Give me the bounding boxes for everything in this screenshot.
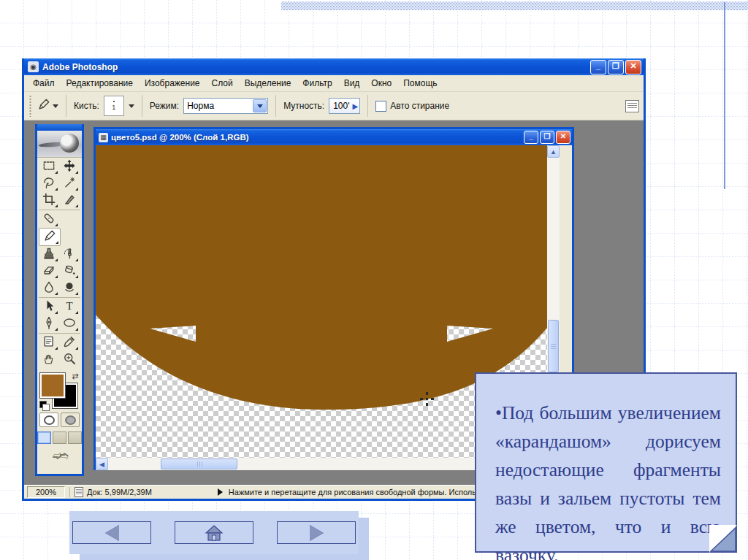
callout-note: •Под большим увеличением «карандашом» до… (475, 372, 737, 553)
slice-tool[interactable] (59, 192, 80, 209)
photoshop-app-icon: ◉ (28, 61, 39, 72)
healing-brush-icon (42, 211, 56, 229)
doc-minimize-button[interactable]: _ (524, 131, 538, 144)
blur-tool[interactable] (39, 280, 59, 296)
pencil-tool[interactable] (39, 228, 61, 246)
back-button[interactable] (72, 521, 151, 544)
rectangular-marquee-tool[interactable] (39, 158, 59, 175)
standard-screen-button[interactable] (37, 431, 51, 444)
document-titlebar[interactable]: ▦ цвето5.psd @ 200% (Слой 1,RGB) _ ❐ ✕ (96, 129, 572, 145)
menu-item-4[interactable]: Слой (206, 77, 239, 90)
toolbox-grip[interactable] (37, 124, 82, 131)
photoshop-logo[interactable] (37, 131, 82, 158)
clone-stamp-tool[interactable] (39, 246, 59, 263)
mode-select[interactable]: Норма (183, 98, 268, 114)
document-title: цвето5.psd @ 200% (Слой 1,RGB) (111, 133, 522, 142)
flyout-triangle-icon (55, 275, 58, 278)
path-select-tool[interactable] (39, 299, 59, 315)
jump-to-imageready-icon[interactable]: ➫➬ (53, 449, 66, 462)
scroll-up-icon[interactable]: ▲ (547, 145, 560, 158)
flyout-triangle-icon (55, 171, 58, 174)
menu-bar: ФайлРедактированиеИзображениеСлойВыделен… (24, 75, 644, 92)
flyout-triangle-icon (75, 328, 78, 331)
hscroll-thumb[interactable] (161, 459, 237, 469)
hand-tool[interactable] (39, 351, 59, 368)
paint-bucket-tool[interactable] (59, 263, 80, 280)
default-colors-icon[interactable] (39, 401, 50, 410)
maximize-button[interactable]: ❐ (608, 60, 624, 74)
flyout-triangle-icon (55, 292, 58, 295)
ellipse-shape-tool[interactable] (59, 315, 80, 332)
slide: ◉ Adobe Photoshop _ ❐ ✕ ФайлРедактирован… (0, 0, 748, 560)
forward-button[interactable] (277, 521, 356, 544)
menu-item-8[interactable]: Окно (365, 77, 397, 90)
flyout-triangle-icon (55, 347, 58, 350)
menu-item-2[interactable]: Редактирование (61, 77, 139, 90)
move-icon (62, 158, 77, 176)
brush-dropdown-icon[interactable] (129, 104, 134, 108)
auto-erase-label: Авто стирание (390, 101, 449, 111)
chevron-down-icon (53, 104, 58, 108)
menu-item-9[interactable]: Помощь (397, 77, 443, 90)
zoom-tool[interactable] (59, 351, 80, 368)
menu-item-5[interactable]: Выделение (239, 77, 297, 90)
auto-erase-checkbox[interactable] (375, 101, 386, 112)
color-widget: ⇄ (39, 372, 80, 408)
notes-tool[interactable] (39, 334, 59, 351)
type-tool[interactable]: T (59, 299, 80, 315)
back-arrow-icon (105, 525, 119, 541)
zoom-level-box[interactable]: 200% (27, 486, 65, 498)
lasso-tool[interactable] (39, 175, 59, 192)
doc-maximize-button[interactable]: ❐ (540, 131, 554, 144)
brush-label: Кисть: (74, 101, 99, 111)
opacity-input[interactable]: 100' ▶ (329, 98, 360, 114)
doc-size-text: Док: 5,99М/2,39М (87, 488, 152, 496)
auto-erase-option[interactable]: Авто стирание (375, 101, 449, 112)
menu-item-3[interactable]: Изображение (139, 77, 206, 90)
palette-well-icon[interactable] (625, 100, 639, 112)
fullscreen-button[interactable] (68, 431, 82, 444)
history-brush-tool[interactable] (59, 246, 80, 263)
zoom-icon (62, 351, 77, 369)
close-button[interactable]: ✕ (625, 60, 641, 74)
flyout-triangle-icon (75, 204, 78, 207)
pen-tool[interactable] (39, 315, 59, 332)
menu-item-6[interactable]: Фильтр (297, 77, 337, 90)
eyedropper-tool[interactable] (59, 334, 80, 351)
eraser-tool[interactable] (39, 263, 59, 280)
burn-tool[interactable] (59, 280, 80, 296)
magic-wand-tool[interactable] (59, 175, 80, 192)
type-icon: T (62, 299, 77, 316)
doc-close-button[interactable]: ✕ (556, 131, 570, 144)
healing-brush-tool[interactable] (39, 211, 59, 228)
minimize-button[interactable]: _ (590, 60, 606, 74)
flyout-triangle-icon (75, 275, 78, 278)
pen-icon (42, 315, 56, 333)
vscroll-thumb[interactable] (548, 320, 559, 372)
slider-arrow-icon[interactable]: ▶ (352, 102, 358, 110)
history-brush-icon (62, 246, 77, 264)
flyout-triangle-icon (56, 241, 58, 244)
move-tool[interactable] (59, 158, 80, 175)
flyout-triangle-icon (55, 258, 58, 261)
foreground-color-swatch[interactable] (40, 373, 65, 398)
scroll-left-icon[interactable]: ◀ (96, 458, 108, 470)
chevron-down-icon[interactable] (253, 99, 267, 112)
swap-colors-icon[interactable]: ⇄ (72, 372, 78, 381)
fullscreen-menubar-button[interactable] (53, 431, 66, 444)
eyedropper-icon (62, 334, 77, 352)
forward-arrow-icon (310, 525, 324, 541)
app-titlebar[interactable]: ◉ Adobe Photoshop _ ❐ ✕ (24, 58, 644, 75)
crop-tool[interactable] (39, 192, 59, 209)
crop-icon (42, 192, 56, 210)
home-button[interactable] (175, 521, 253, 544)
options-grip[interactable] (28, 95, 32, 117)
callout-text: •Под большим увеличением «карандашом» до… (476, 374, 736, 560)
standard-mode-button[interactable] (39, 413, 58, 427)
menu-item-7[interactable]: Вид (338, 77, 366, 90)
menu-item-1[interactable]: Файл (27, 77, 61, 90)
status-menu-arrow-icon[interactable] (218, 488, 223, 496)
brush-preview[interactable]: 1 (104, 96, 124, 116)
active-tool-chip[interactable] (37, 96, 58, 115)
quickmask-mode-button[interactable] (61, 413, 80, 427)
